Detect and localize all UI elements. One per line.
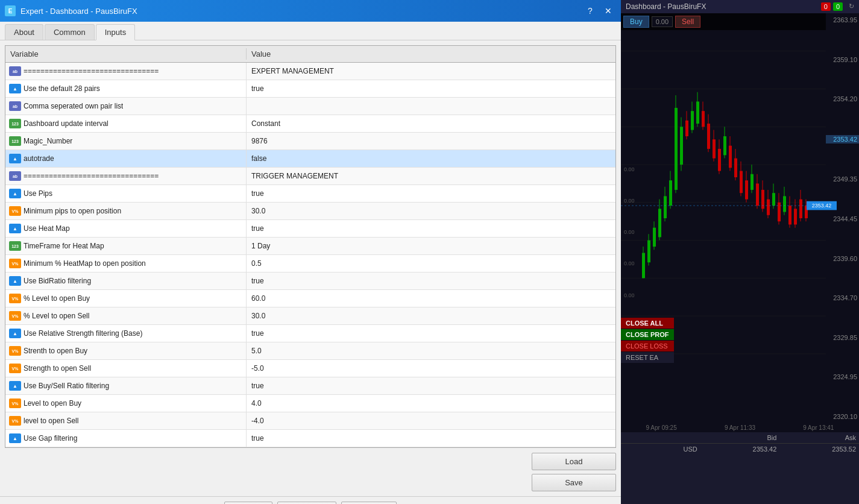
dialog-footer: OK Cancel Reset	[0, 496, 621, 504]
tab-about[interactable]: About	[5, 24, 43, 40]
table-row[interactable]: V% % Level to open Sell 30.0	[5, 307, 615, 325]
table-row[interactable]: ▲ Use Buy/Sell Ratio filtering true	[5, 377, 615, 395]
cell-value: false	[247, 150, 615, 167]
cell-value: 9876	[247, 133, 615, 150]
price-display: 0.00	[652, 16, 673, 27]
table-row[interactable]: 123 TimeFrame for Heat Map 1 Day	[5, 238, 615, 255]
symbol-cell: USD	[621, 446, 700, 453]
type-icon: 123	[9, 136, 21, 146]
chart-title: Dashboard - PausBiruFX	[626, 2, 706, 11]
cell-value: true	[247, 325, 615, 342]
cell-variable: ▲ Use Relative Strength filtering (Base)	[5, 325, 247, 342]
variable-name: Minimum % HeatMap to open position	[24, 259, 146, 268]
variable-name: autotrade	[24, 154, 54, 163]
col-symbol-header	[621, 434, 700, 441]
table-row[interactable]: ab ================================ EXPE…	[5, 63, 615, 80]
table-row[interactable]: ▲ autotrade false	[5, 150, 615, 168]
time-labels: 9 Apr 09:25 9 Apr 11:33 9 Apr 13:41	[621, 423, 859, 432]
app-icon: E	[5, 5, 16, 16]
close-loss-button[interactable]: CLOSE LOSS	[621, 341, 674, 351]
reset-ea-button[interactable]: RESET EA	[621, 352, 674, 363]
side-buttons: Load Save	[532, 453, 616, 491]
cell-variable: V% Strength to open Sell	[5, 360, 247, 377]
variable-name: Strength to open Sell	[24, 364, 91, 373]
table-row[interactable]: ab Comma seperated own pair list	[5, 98, 615, 115]
table-row[interactable]: ▲ Use Relative Strength filtering (Base)…	[5, 325, 615, 342]
tab-common[interactable]: Common	[45, 24, 95, 40]
cell-variable: V% % Level to open Sell	[5, 307, 247, 324]
dialog-window: E Expert - Dashboard - PausBiruFX ? ✕ Ab…	[0, 0, 621, 504]
table-row[interactable]: V% Level to open Buy 4.0	[5, 395, 615, 412]
buy-button[interactable]: Buy	[623, 16, 649, 28]
type-icon: ▲	[9, 224, 21, 233]
table-row[interactable]: ▲ Use the default 28 pairs true	[5, 80, 615, 98]
type-icon: ▲	[9, 276, 21, 286]
variable-name: Use Relative Strength filtering (Base)	[24, 329, 142, 338]
value-text: 9876	[251, 137, 268, 145]
table-row[interactable]: V% level to open Sell -4.0	[5, 412, 615, 430]
table-row[interactable]: ▲ Use Heat Map true	[5, 220, 615, 238]
ok-button[interactable]: OK	[224, 502, 272, 504]
table-row[interactable]: V% Strength to open Sell -5.0	[5, 360, 615, 377]
value-text: 0.5	[251, 259, 262, 268]
title-bar: E Expert - Dashboard - PausBiruFX ? ✕	[0, 0, 621, 22]
value-text: true	[251, 329, 264, 338]
table-row[interactable]: 123 Dashboard update interval Constant	[5, 115, 615, 133]
variable-name: Strenth to open Buy	[24, 347, 87, 355]
chart-panel: Dashboard - PausBiruFX 0 0 ↻ Buy 0.00 Se…	[621, 0, 859, 504]
cell-value: -5.0	[247, 360, 615, 377]
title-bar-controls: ? ✕	[582, 4, 616, 17]
cell-variable: ab Comma seperated own pair list	[5, 98, 247, 115]
table-row[interactable]: ▲ Use Gap filtering true	[5, 430, 615, 447]
load-button[interactable]: Load	[532, 453, 616, 470]
cell-variable: 123 TimeFrame for Heat Map	[5, 238, 247, 254]
table-row[interactable]: ▲ Use Pips true	[5, 185, 615, 203]
table-body[interactable]: ab ================================ EXPE…	[5, 63, 615, 447]
table-row[interactable]: 123 Magic_Number 9876	[5, 133, 615, 150]
bid-cell: 2353.42	[700, 446, 780, 453]
cell-variable: ab ================================	[5, 63, 247, 80]
variable-name: ================================	[24, 67, 159, 75]
svg-text:0.00: 0.00	[624, 260, 635, 266]
cell-value: 60.0	[247, 290, 615, 307]
value-text: true	[251, 382, 264, 390]
help-button[interactable]: ?	[582, 4, 598, 17]
table-row[interactable]: V% % Level to open Buy 60.0	[5, 290, 615, 307]
close-all-button[interactable]: CLOSE ALL	[621, 318, 674, 329]
cancel-button[interactable]: Cancel	[277, 502, 336, 504]
table-row[interactable]: V% Minimum pips to open position 30.0	[5, 203, 615, 220]
variable-name: % Level to open Buy	[24, 294, 90, 303]
table-row[interactable]: V% Minimum % HeatMap to open position 0.…	[5, 255, 615, 272]
cell-value: TRIGGER MANAGEMENT	[247, 168, 615, 184]
cell-value: true	[247, 185, 615, 202]
variable-name: Use the default 28 pairs	[24, 84, 100, 93]
reset-button[interactable]: Reset	[341, 502, 397, 504]
cell-variable: ▲ Use Pips	[5, 185, 247, 202]
value-text: true	[251, 277, 264, 285]
close-profit-button[interactable]: CLOSE PROF	[621, 329, 674, 340]
close-button[interactable]: ✕	[600, 4, 616, 17]
save-button[interactable]: Save	[532, 474, 616, 491]
table-row[interactable]: ab ================================ TRIG…	[5, 168, 615, 185]
bottom-table-header: Bid Ask	[621, 432, 859, 444]
variable-name: Level to open Buy	[24, 399, 81, 408]
table-row[interactable]: ▲ Use BidRatio filtering true	[5, 272, 615, 290]
col-bid-header: Bid	[700, 434, 780, 441]
chart-header: Dashboard - PausBiruFX 0 0 ↻	[621, 0, 859, 13]
tab-bar: About Common Inputs	[0, 22, 621, 40]
variable-name: Use Gap filtering	[24, 434, 77, 443]
cell-value: 30.0	[247, 203, 615, 219]
cell-value: 30.0	[247, 307, 615, 324]
tab-inputs[interactable]: Inputs	[96, 24, 135, 40]
sell-button[interactable]: Sell	[675, 16, 700, 28]
variable-name: Use Pips	[24, 189, 52, 198]
cell-variable: V% % Level to open Buy	[5, 290, 247, 307]
table-row[interactable]: V% Strenth to open Buy 5.0	[5, 342, 615, 360]
cell-variable: ▲ Use Buy/Sell Ratio filtering	[5, 377, 247, 394]
cell-value: Constant	[247, 115, 615, 132]
value-text: TRIGGER MANAGEMENT	[251, 172, 338, 180]
variable-name: Minimum pips to open position	[24, 207, 121, 215]
cell-value: 0.5	[247, 255, 615, 272]
variable-name: Dashboard update interval	[24, 119, 109, 128]
cell-value: true	[247, 220, 615, 237]
